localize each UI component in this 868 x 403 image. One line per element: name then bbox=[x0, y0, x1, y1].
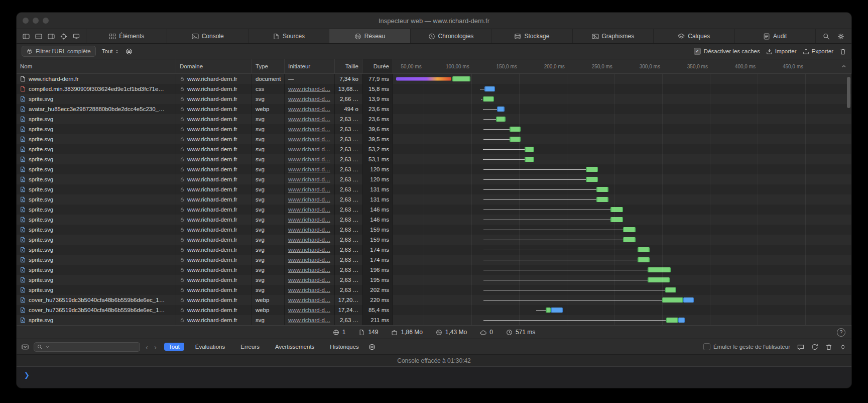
column-header-type[interactable]: Type bbox=[252, 59, 285, 73]
history-forward-icon[interactable]: › bbox=[154, 343, 157, 351]
zoom-button[interactable] bbox=[43, 18, 49, 24]
initiator-link[interactable]: www.richard-d… bbox=[288, 106, 330, 112]
initiator-link[interactable]: www.richard-d… bbox=[288, 297, 330, 303]
console-filter-historiques[interactable]: Historiques bbox=[325, 343, 363, 351]
preserve-log-icon[interactable] bbox=[811, 344, 818, 350]
device-icon[interactable] bbox=[73, 33, 80, 40]
initiator-link[interactable]: www.richard-d… bbox=[288, 317, 330, 323]
console-scope-icon[interactable] bbox=[22, 344, 29, 350]
minimize-button[interactable] bbox=[33, 18, 39, 24]
console-search-input[interactable] bbox=[52, 343, 137, 350]
table-row[interactable]: sprite.svgwww.richard-dern.frsvgwww.rich… bbox=[17, 94, 851, 104]
console-filter-avertissements[interactable]: Avertissements bbox=[271, 343, 319, 351]
console-messages-icon[interactable] bbox=[797, 344, 804, 350]
vertical-scrollbar-thumb[interactable] bbox=[847, 77, 850, 108]
table-row[interactable]: cover_hu736519dc3b5040cfa48b6b559b6de6ec… bbox=[17, 295, 851, 305]
resource-type-select[interactable]: Tout bbox=[102, 48, 119, 54]
help-icon[interactable]: ? bbox=[837, 328, 845, 337]
dock-left-icon[interactable] bbox=[23, 33, 30, 40]
table-row[interactable]: sprite.svgwww.richard-dern.frsvgwww.rich… bbox=[17, 154, 851, 164]
initiator-link[interactable]: www.richard-d… bbox=[288, 217, 330, 223]
console-prompt[interactable]: ❯ bbox=[17, 366, 851, 388]
table-row[interactable]: sprite.svgwww.richard-dern.frsvgwww.rich… bbox=[17, 245, 851, 255]
initiator-link[interactable]: www.richard-d… bbox=[288, 176, 330, 182]
initiator-link[interactable]: www.richard-d… bbox=[288, 257, 330, 263]
initiator-link[interactable]: www.richard-d… bbox=[288, 227, 330, 233]
column-header-domain[interactable]: Domaine bbox=[176, 59, 252, 73]
initiator-link[interactable]: www.richard-d… bbox=[288, 287, 330, 293]
inspect-element-icon[interactable] bbox=[60, 33, 67, 40]
table-row[interactable]: sprite.svgwww.richard-dern.frsvgwww.rich… bbox=[17, 134, 851, 144]
clear-console-icon[interactable] bbox=[825, 344, 832, 350]
table-row[interactable]: sprite.svgwww.richard-dern.frsvgwww.rich… bbox=[17, 265, 851, 275]
console-options-icon[interactable] bbox=[368, 344, 376, 350]
table-row[interactable]: compiled.min.38390909f303624ed9e1cf1bd3f… bbox=[17, 84, 851, 94]
column-header-initiator[interactable]: Initiateur bbox=[285, 59, 335, 73]
initiator-link[interactable]: www.richard-d… bbox=[288, 126, 330, 132]
table-row[interactable]: cover_hu736519dc3b5040cfa48b6b559b6de6ec… bbox=[17, 305, 851, 315]
initiator-link[interactable]: www.richard-d… bbox=[288, 196, 330, 203]
table-row[interactable]: sprite.svgwww.richard-dern.frsvgwww.rich… bbox=[17, 225, 851, 235]
table-row[interactable]: sprite.svgwww.richard-dern.frsvgwww.rich… bbox=[17, 124, 851, 134]
table-row[interactable]: sprite.svgwww.richard-dern.frsvgwww.rich… bbox=[17, 114, 851, 124]
tab-sources[interactable]: Sources bbox=[248, 29, 329, 43]
initiator-link[interactable]: www.richard-d… bbox=[288, 277, 330, 283]
emulate-user-gesture-checkbox[interactable]: Émuler le geste de l'utilisateur bbox=[703, 343, 790, 350]
disable-caches-checkbox[interactable]: ✓ Désactiver les caches bbox=[694, 48, 760, 55]
close-button[interactable] bbox=[23, 18, 29, 24]
resize-console-icon[interactable] bbox=[839, 344, 846, 350]
initiator-link[interactable]: www.richard-d… bbox=[288, 267, 330, 273]
tab-graphics[interactable]: Graphismes bbox=[572, 29, 653, 43]
table-row[interactable]: sprite.svgwww.richard-dern.frsvgwww.rich… bbox=[17, 144, 851, 154]
settings-gear-icon[interactable] bbox=[837, 33, 844, 40]
console-filter-erreurs[interactable]: Erreurs bbox=[236, 343, 264, 351]
table-row[interactable]: sprite.svgwww.richard-dern.frsvgwww.rich… bbox=[17, 315, 851, 325]
import-button[interactable]: Importer bbox=[766, 48, 797, 55]
clear-network-items-icon[interactable] bbox=[839, 48, 846, 55]
table-row[interactable]: sprite.svgwww.richard-dern.frsvgwww.rich… bbox=[17, 215, 851, 225]
column-header-duration[interactable]: Durée bbox=[362, 59, 393, 73]
initiator-link[interactable]: www.richard-d… bbox=[288, 307, 330, 313]
initiator-link[interactable]: www.richard-d… bbox=[288, 207, 330, 213]
table-row[interactable]: sprite.svgwww.richard-dern.frsvgwww.rich… bbox=[17, 255, 851, 265]
column-header-size[interactable]: Taille bbox=[335, 59, 362, 73]
table-row[interactable]: sprite.svgwww.richard-dern.frsvgwww.rich… bbox=[17, 184, 851, 194]
console-search-field[interactable] bbox=[34, 342, 140, 352]
filter-options-icon[interactable] bbox=[126, 48, 133, 55]
initiator-link[interactable]: www.richard-d… bbox=[288, 96, 330, 102]
initiator-link[interactable]: www.richard-d… bbox=[288, 86, 330, 92]
tab-console[interactable]: Console bbox=[167, 29, 247, 43]
table-row[interactable]: sprite.svgwww.richard-dern.frsvgwww.rich… bbox=[17, 235, 851, 245]
table-row[interactable]: sprite.svgwww.richard-dern.frsvgwww.rich… bbox=[17, 205, 851, 215]
table-row[interactable]: sprite.svgwww.richard-dern.frsvgwww.rich… bbox=[17, 174, 851, 184]
tab-audit[interactable]: Audit bbox=[734, 29, 815, 43]
table-row[interactable]: sprite.svgwww.richard-dern.frsvgwww.rich… bbox=[17, 194, 851, 205]
initiator-link[interactable]: www.richard-d… bbox=[288, 166, 330, 172]
initiator-link[interactable]: www.richard-d… bbox=[288, 247, 330, 253]
initiator-link[interactable]: www.richard-d… bbox=[288, 156, 330, 162]
table-row[interactable]: sprite.svgwww.richard-dern.frsvgwww.rich… bbox=[17, 275, 851, 285]
table-row[interactable]: sprite.svgwww.richard-dern.frsvgwww.rich… bbox=[17, 164, 851, 174]
tab-storage[interactable]: Stockage bbox=[491, 29, 572, 43]
column-header-name[interactable]: Nom bbox=[17, 59, 176, 73]
table-row[interactable]: avatar_hu85ecc3e298728880b0bde2dcc4e5c23… bbox=[17, 104, 851, 114]
initiator-link[interactable]: www.richard-d… bbox=[288, 186, 330, 192]
table-row[interactable]: sprite.svgwww.richard-dern.frsvgwww.rich… bbox=[17, 285, 851, 295]
console-filter-évaluations[interactable]: Évaluations bbox=[191, 343, 229, 351]
history-back-icon[interactable]: ‹ bbox=[145, 343, 149, 351]
collapse-chevron-icon[interactable] bbox=[840, 63, 847, 69]
tab-elements[interactable]: Éléments bbox=[86, 29, 167, 43]
url-filter-field[interactable]: Filtrer l'URL complète bbox=[22, 46, 96, 57]
table-row[interactable]: www.richard-dern.frwww.richard-dern.frdo… bbox=[17, 74, 851, 84]
search-icon[interactable] bbox=[823, 33, 830, 40]
initiator-link[interactable]: www.richard-d… bbox=[288, 136, 330, 142]
dock-right-icon[interactable] bbox=[48, 33, 55, 40]
tab-layers[interactable]: Calques bbox=[653, 29, 734, 43]
console-filter-tout[interactable]: Tout bbox=[164, 343, 184, 351]
export-button[interactable]: Exporter bbox=[803, 48, 833, 55]
tab-timelines[interactable]: Chronologies bbox=[410, 29, 491, 43]
tab-network[interactable]: Réseau bbox=[329, 29, 410, 43]
initiator-link[interactable]: www.richard-d… bbox=[288, 146, 330, 152]
initiator-link[interactable]: www.richard-d… bbox=[288, 237, 330, 243]
dock-bottom-icon[interactable] bbox=[35, 33, 42, 40]
